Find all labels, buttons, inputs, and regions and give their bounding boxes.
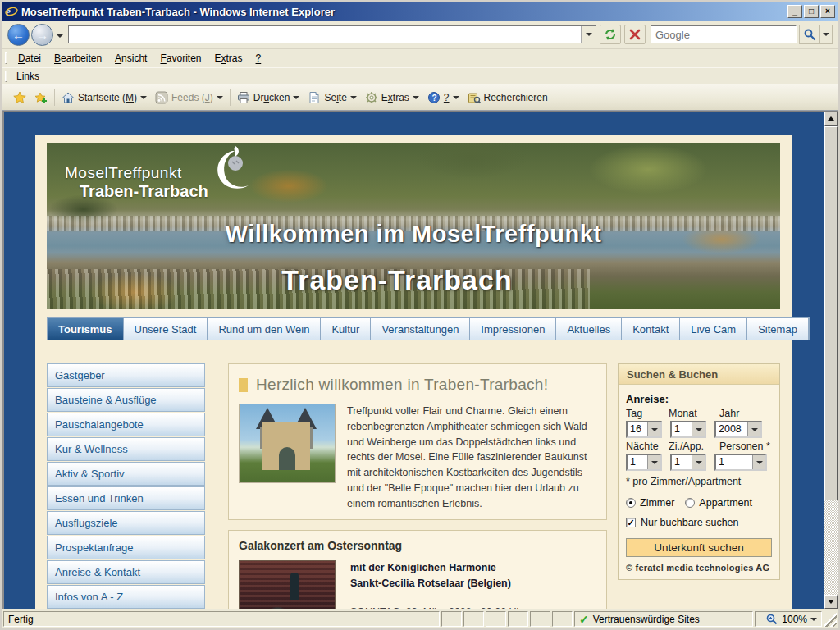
window-title: MoselTreffpunkt Traben-Trarbach - Window… (21, 6, 788, 18)
search-input[interactable] (651, 29, 804, 41)
monat-select-dropdown-icon[interactable] (692, 422, 705, 436)
zimmer-radio-label[interactable]: Zimmer (640, 497, 674, 509)
maximize-button[interactable]: □ (804, 5, 819, 18)
feeds-button[interactable]: Feeds (J) (151, 89, 227, 107)
home-dropdown-icon[interactable] (140, 96, 147, 99)
home-button[interactable]: Startseite (M) (57, 89, 151, 107)
monat-select[interactable]: 1 (670, 421, 706, 438)
security-zone-panel[interactable]: ✓ Vertrauenswürdige Sites (574, 611, 753, 627)
welcome-text: Treffpunkt voller Flair und Charme. Glei… (347, 404, 596, 511)
personen-label: Personen * (719, 441, 770, 452)
print-dropdown-icon[interactable] (293, 96, 299, 99)
search-box[interactable] (651, 25, 797, 43)
menu-datei[interactable]: Datei (11, 51, 48, 66)
print-button[interactable]: Drucken (233, 89, 304, 107)
appartment-radio-label[interactable]: Appartment (699, 497, 752, 509)
zi-app-select-dropdown-icon[interactable] (692, 455, 705, 469)
bookable-only-checkbox[interactable]: ✓ (626, 518, 636, 527)
menu-ansicht[interactable]: Ansicht (108, 51, 153, 66)
feeds-dropdown-icon[interactable] (217, 96, 223, 99)
scroll-down-button[interactable] (824, 595, 838, 609)
search-options-dropdown[interactable] (820, 25, 833, 44)
tab-tourismus[interactable]: Tourismus (47, 317, 124, 340)
sidebar-item-ausflugsziele[interactable]: Ausflugsziele (47, 511, 205, 535)
help-dropdown-icon[interactable] (453, 96, 459, 99)
logo-line1: MoselTreffpunkt (65, 164, 208, 182)
web-page: MoselTreffpunkt Traben-Trarbach Willkomm… (4, 112, 824, 609)
bruecken-gate-photo[interactable] (239, 404, 336, 483)
naechte-select[interactable]: 1 (626, 454, 662, 471)
site-logo[interactable]: MoselTreffpunkt Traben-Trarbach (65, 164, 208, 201)
menu-grip[interactable] (5, 52, 7, 64)
favorites-button[interactable] (9, 89, 30, 107)
refresh-button[interactable] (600, 25, 621, 44)
sidebar-item-gastgeber[interactable]: Gastgeber (47, 363, 205, 387)
appartment-radio[interactable] (685, 498, 695, 508)
sidebar-item-aktiv-sportiv[interactable]: Aktiv & Sportiv (47, 462, 205, 486)
menu-extras[interactable]: Extras (208, 51, 249, 66)
tab-kontakt[interactable]: Kontakt (622, 317, 680, 340)
tools-dropdown-icon[interactable] (413, 96, 419, 99)
address-bar[interactable] (68, 25, 596, 43)
sidebar-item-essen-trinken[interactable]: Essen und Trinken (47, 486, 205, 510)
zi-app-select[interactable]: 1 (670, 454, 706, 471)
search-icon (803, 28, 816, 41)
zoom-panel[interactable]: 100% (755, 611, 822, 627)
tab-impressionen[interactable]: Impressionen (470, 317, 556, 340)
scrollbar-thumb[interactable] (824, 126, 838, 500)
booking-panel: Suchen & Buchen Anreise: Tag Monat Jahr … (618, 363, 780, 580)
research-button[interactable]: Recherchieren (463, 89, 552, 107)
help-button[interactable]: ? ? (423, 89, 463, 107)
resize-grip[interactable] (824, 611, 837, 627)
vertical-scrollbar[interactable] (824, 112, 838, 609)
tab-veranstaltungen[interactable]: Veranstaltungen (371, 317, 470, 340)
personen-select[interactable]: 1 (714, 454, 767, 471)
tag-select[interactable]: 16 (626, 421, 662, 438)
forward-button[interactable]: → (31, 24, 53, 46)
tag-select-dropdown-icon[interactable] (647, 422, 660, 436)
personen-select-dropdown-icon[interactable] (752, 455, 765, 469)
sidebar-item-kur-wellness[interactable]: Kur & Wellness (47, 437, 205, 461)
address-dropdown[interactable] (581, 26, 596, 43)
tab-kultur[interactable]: Kultur (321, 317, 371, 340)
history-dropdown[interactable] (57, 29, 63, 40)
tab-sitemap[interactable]: Sitemap (747, 317, 809, 340)
page-dropdown-icon[interactable] (350, 96, 357, 99)
jahr-select[interactable]: 2008 (714, 421, 762, 438)
zoom-dropdown-icon[interactable] (810, 618, 817, 621)
menu-help[interactable]: ? (249, 51, 268, 66)
tab-live-cam[interactable]: Live Cam (680, 317, 747, 340)
menu-favoriten[interactable]: Favoriten (153, 51, 208, 66)
search-accommodation-button[interactable]: Unterkunft suchen (626, 538, 772, 557)
menu-bearbeiten[interactable]: Bearbeiten (48, 51, 108, 66)
jahr-select-dropdown-icon[interactable] (747, 422, 760, 436)
search-button[interactable] (799, 25, 820, 44)
close-button[interactable]: × (820, 5, 835, 18)
zimmer-radio[interactable] (626, 498, 636, 508)
status-panel (463, 611, 484, 627)
add-favorite-button[interactable] (30, 89, 52, 107)
stop-button[interactable] (624, 25, 646, 44)
tab-aktuelles[interactable]: Aktuelles (556, 317, 622, 340)
sidebar-item-bausteine-ausfluege[interactable]: Bausteine & Ausflüge (47, 388, 205, 412)
sidebar-item-infos-a-z[interactable]: Infos von A - Z (47, 585, 205, 609)
sidebar-item-anreise-kontakt[interactable]: Anreise & Kontakt (47, 560, 205, 584)
sidebar-item-pauschalangebote[interactable]: Pauschalangebote (47, 413, 205, 436)
concert-orchestra-photo[interactable] (239, 560, 336, 609)
tools-button[interactable]: Extras (361, 89, 423, 107)
minimize-button[interactable]: _ (788, 5, 802, 18)
tab-rund-um-den-wein[interactable]: Rund um den Wein (208, 317, 321, 340)
address-input[interactable] (69, 26, 581, 43)
page-button[interactable]: Seite (304, 89, 360, 107)
links-grip[interactable] (5, 71, 7, 82)
event-title: Galakonzert am Ostersonntag (239, 539, 596, 552)
bookable-only-label[interactable]: Nur buchbare suchen (641, 517, 739, 528)
gold-bullet (239, 378, 248, 392)
sidebar-item-prospektanfrage[interactable]: Prospektanfrage (47, 536, 205, 559)
scrollbar-track[interactable] (824, 126, 838, 595)
scroll-up-button[interactable] (824, 112, 838, 126)
naechte-select-dropdown-icon[interactable] (647, 455, 660, 469)
tab-unsere-stadt[interactable]: Unsere Stadt (124, 317, 208, 340)
back-button[interactable]: ← (7, 24, 30, 46)
ie-icon: e (5, 5, 18, 18)
